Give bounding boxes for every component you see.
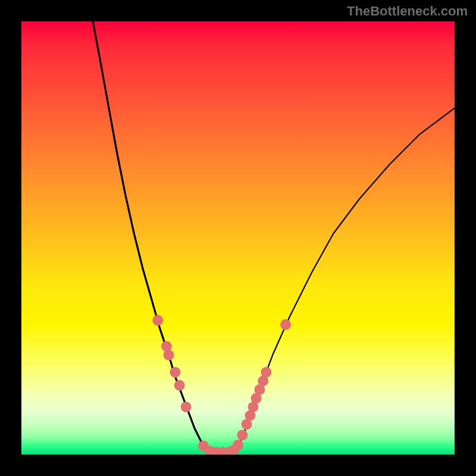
marker-point [164,350,174,361]
curve-left-curve [93,21,208,452]
watermark-text: TheBottleneck.com [347,4,468,19]
chart-plot-area [21,21,455,455]
marker-point [181,402,192,412]
marker-point [237,430,248,440]
marker-point [170,367,180,378]
marker-point [152,315,163,325]
marker-point [233,440,243,450]
marker-point [261,367,271,378]
curve-right-curve [234,108,455,453]
marker-point [174,380,185,391]
marker-point [280,320,291,330]
chart-svg [21,21,455,455]
